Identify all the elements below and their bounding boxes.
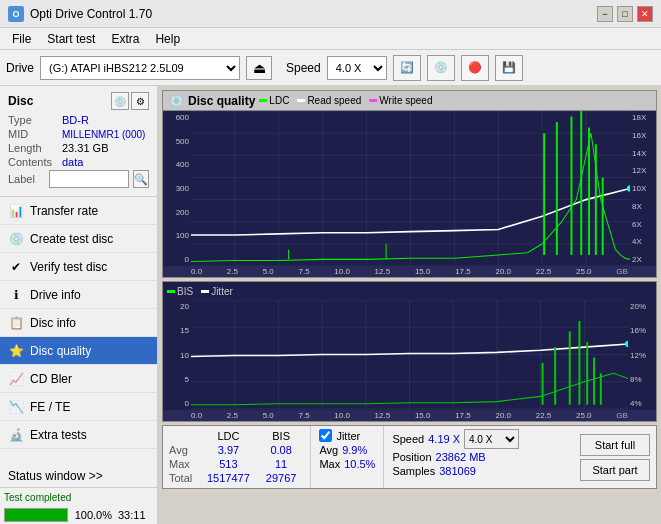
sidebar: Disc 💿 ⚙ Type BD-R MID MILLENMR1 (000) L…: [0, 86, 158, 524]
refresh-button[interactable]: 🔄: [393, 55, 421, 81]
nav-drive-info[interactable]: ℹ Drive info: [0, 281, 157, 309]
action-buttons: Start full Start part: [574, 426, 656, 488]
spacer: [527, 426, 574, 488]
ldc-col-header: LDC: [199, 429, 258, 443]
save-button[interactable]: 💾: [495, 55, 523, 81]
bis-legend-dot: [167, 290, 175, 293]
menu-file[interactable]: File: [4, 30, 39, 48]
close-button[interactable]: ✕: [637, 6, 653, 22]
y-axis-left: 600 500 400 300 200 100 0: [163, 111, 191, 266]
avg-ldc-value: 3.97: [199, 443, 258, 457]
verify-test-disc-icon: ✔: [8, 259, 24, 275]
y-axis-right-top: 18X 16X 14X 12X 10X 8X 6X 4X 2X: [630, 111, 656, 266]
speed-row: Speed 4.19 X 4.0 X: [392, 429, 519, 449]
nav-label-verify-test-disc: Verify test disc: [30, 260, 107, 274]
nav-create-test-disc[interactable]: 💿 Create test disc: [0, 225, 157, 253]
start-part-button[interactable]: Start part: [580, 459, 650, 481]
samples-value: 381069: [439, 465, 476, 477]
top-chart-svg-area: [191, 111, 630, 266]
label-search-button[interactable]: 🔍: [133, 170, 149, 188]
chart-header: 💿 Disc quality LDC Read speed Write spee…: [163, 91, 656, 111]
status-time: 33:11: [118, 509, 153, 521]
speed-select-stat[interactable]: 4.0 X: [464, 429, 519, 449]
disc-settings-icon[interactable]: ⚙: [131, 92, 149, 110]
mid-value: MILLENMR1 (000): [62, 129, 145, 140]
jitter-max-value: 10.5%: [344, 458, 375, 470]
jitter-checkbox[interactable]: [319, 429, 332, 442]
ldc-legend-dot: [259, 99, 267, 102]
jitter-label: Jitter: [336, 430, 360, 442]
contents-value: data: [62, 156, 83, 168]
disc-panel: Disc 💿 ⚙ Type BD-R MID MILLENMR1 (000) L…: [0, 86, 157, 197]
speed-value-stat: 4.19 X: [428, 433, 460, 445]
drive-select[interactable]: (G:) ATAPI iHBS212 2.5L09: [40, 56, 240, 80]
nav-extra-tests[interactable]: 🔬 Extra tests: [0, 421, 157, 449]
content-area: 💿 Disc quality LDC Read speed Write spee…: [158, 86, 661, 524]
progress-bar-area: 100.0% 33:11: [0, 506, 157, 524]
menu-extra[interactable]: Extra: [103, 30, 147, 48]
samples-label: Samples: [392, 465, 435, 477]
speed-select[interactable]: 4.0 X: [327, 56, 387, 80]
app-title: Opti Drive Control 1.70: [30, 7, 152, 21]
eject-button[interactable]: ⏏: [246, 56, 272, 80]
type-label: Type: [8, 114, 58, 126]
nav-label-drive-info: Drive info: [30, 288, 81, 302]
start-full-button[interactable]: Start full: [580, 434, 650, 456]
max-bis-value: 11: [258, 457, 305, 471]
toolbar: Drive (G:) ATAPI iHBS212 2.5L09 ⏏ Speed …: [0, 50, 661, 86]
nav-fe-te[interactable]: 📉 FE / TE: [0, 393, 157, 421]
nav-disc-quality[interactable]: ⭐ Disc quality: [0, 337, 157, 365]
top-chart-svg: [191, 111, 630, 266]
svg-point-26: [627, 185, 630, 192]
position-row: Position 23862 MB: [392, 451, 519, 463]
drive-info-icon: ℹ: [8, 287, 24, 303]
label-label: Label: [8, 173, 45, 185]
max-row-label: Max: [169, 457, 199, 471]
menu-start-test[interactable]: Start test: [39, 30, 103, 48]
write-speed-legend-dot: [369, 99, 377, 102]
erase-button[interactable]: 🔴: [461, 55, 489, 81]
label-input[interactable]: [49, 170, 129, 188]
ldc-legend-label: LDC: [269, 95, 289, 106]
cd-bler-icon: 📈: [8, 371, 24, 387]
nav-label-disc-quality: Disc quality: [30, 344, 91, 358]
total-bis-value: 29767: [258, 471, 305, 485]
y-axis-left-bottom: 20 15 10 5 0: [163, 300, 191, 410]
extra-tests-icon: 🔬: [8, 427, 24, 443]
bottom-chart-legend: BIS Jitter: [163, 282, 656, 300]
nav-cd-bler[interactable]: 📈 CD Bler: [0, 365, 157, 393]
x-axis-top: 0.0 2.5 5.0 7.5 10.0 12.5 15.0 17.5 20.0…: [163, 266, 656, 277]
write-speed-legend-label: Write speed: [379, 95, 432, 106]
nav-label-disc-info: Disc info: [30, 316, 76, 330]
bottom-chart-body: 20 15 10 5 0: [163, 300, 656, 410]
burn-button[interactable]: 💿: [427, 55, 455, 81]
nav-label-cd-bler: CD Bler: [30, 372, 72, 386]
jitter-legend-dot: [201, 290, 209, 293]
jitter-max-row: Max 10.5%: [319, 458, 375, 470]
disc-quality-icon: ⭐: [8, 343, 24, 359]
progress-text: 100.0%: [74, 509, 112, 521]
status-window-button[interactable]: Status window >>: [0, 464, 157, 488]
total-row-label: Total: [169, 471, 199, 485]
nav-verify-test-disc[interactable]: ✔ Verify test disc: [0, 253, 157, 281]
app-icon: O: [8, 6, 24, 22]
maximize-button[interactable]: □: [617, 6, 633, 22]
type-value: BD-R: [62, 114, 89, 126]
stats-panel: LDC BIS Avg 3.97 0.08 Max 513 11 Total: [162, 425, 657, 489]
jitter-header: Jitter: [319, 429, 375, 442]
avg-bis-value: 0.08: [258, 443, 305, 457]
top-chart-panel: 💿 Disc quality LDC Read speed Write spee…: [162, 90, 657, 278]
bottom-chart-svg: [191, 300, 628, 410]
progress-bar-outer: [4, 508, 68, 522]
transfer-rate-icon: 📊: [8, 203, 24, 219]
read-speed-legend-label: Read speed: [307, 95, 361, 106]
jitter-avg-row: Avg 9.9%: [319, 444, 375, 456]
nav-disc-info[interactable]: 📋 Disc info: [0, 309, 157, 337]
svg-point-48: [625, 341, 628, 347]
minimize-button[interactable]: −: [597, 6, 613, 22]
samples-row: Samples 381069: [392, 465, 519, 477]
position-value: 23862 MB: [436, 451, 486, 463]
nav-transfer-rate[interactable]: 📊 Transfer rate: [0, 197, 157, 225]
ldc-bis-table: LDC BIS Avg 3.97 0.08 Max 513 11 Total: [163, 426, 310, 488]
menu-help[interactable]: Help: [147, 30, 188, 48]
